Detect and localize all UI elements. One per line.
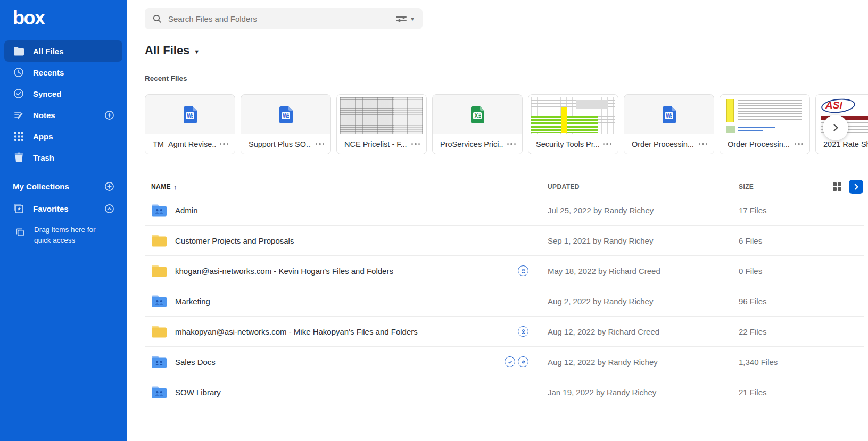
word-doc-icon: W bbox=[145, 95, 235, 135]
external-user-badge-icon bbox=[518, 326, 528, 337]
recent-files-carousel: W TM_Agmt Revise... W bbox=[145, 94, 868, 158]
my-collections-label: My Collections bbox=[13, 182, 69, 191]
column-header-size[interactable]: SIZE bbox=[739, 183, 754, 190]
file-name: Order Processin... bbox=[728, 140, 790, 148]
synced-badge-icon bbox=[505, 356, 515, 367]
shared-folder-icon bbox=[151, 355, 167, 369]
shared-folder-icon bbox=[151, 386, 167, 399]
external-user-badge-icon bbox=[518, 265, 528, 276]
favorites-drop-zone[interactable]: Drag items here for quick access bbox=[4, 222, 122, 245]
updated-text: Jan 19, 2022 by Randy Richey bbox=[548, 388, 739, 397]
page-title-dropdown[interactable]: All Files ▼ bbox=[145, 44, 200, 57]
more-options-icon[interactable] bbox=[795, 143, 804, 145]
recent-file-card[interactable]: W Order Processin... bbox=[624, 94, 714, 154]
recent-files-heading: Recent Files bbox=[145, 74, 187, 82]
page-title: All Files bbox=[145, 44, 189, 57]
more-options-icon[interactable] bbox=[316, 143, 325, 145]
size-text: 96 Files bbox=[739, 297, 864, 306]
file-name: NCE Pricelist - F... bbox=[344, 140, 407, 148]
shared-folder-icon bbox=[151, 204, 167, 217]
sidebar-item-label: Notes bbox=[33, 111, 55, 120]
box-app-window: box All Files Recents Synced bbox=[0, 0, 868, 441]
sync-check-icon bbox=[13, 88, 24, 99]
sidebar-item-label: All Files bbox=[33, 47, 64, 56]
column-header-name[interactable]: NAME ↑ bbox=[145, 183, 548, 191]
recent-file-card[interactable]: NCE Pricelist - F... bbox=[336, 94, 427, 154]
sidebar-item-favorites[interactable]: Favorites bbox=[4, 198, 122, 219]
grid-view-icon[interactable] bbox=[833, 182, 841, 191]
size-text: 17 Files bbox=[739, 206, 864, 215]
more-options-icon[interactable] bbox=[699, 143, 708, 145]
column-header-updated[interactable]: UPDATED bbox=[548, 183, 739, 190]
column-label: NAME bbox=[151, 183, 171, 190]
more-options-icon[interactable] bbox=[603, 143, 612, 145]
recent-file-card[interactable]: W Support Plus SO... bbox=[241, 94, 331, 154]
size-text: 6 Files bbox=[739, 236, 864, 245]
search-input[interactable] bbox=[168, 14, 396, 23]
folder-name: Marketing bbox=[175, 297, 210, 306]
box-logo: box bbox=[13, 9, 127, 28]
svg-text:X: X bbox=[475, 113, 478, 119]
personal-folder-icon bbox=[151, 234, 167, 247]
search-bar: ▼ bbox=[145, 8, 423, 29]
size-text: 22 Files bbox=[739, 327, 864, 336]
updated-text: Sep 1, 2021 by Randy Richey bbox=[548, 236, 739, 245]
more-options-icon[interactable] bbox=[220, 143, 229, 145]
table-row[interactable]: Marketing Aug 2, 2022 by Randy Richey 96… bbox=[145, 286, 864, 317]
clock-icon bbox=[13, 66, 24, 78]
open-panel-button[interactable] bbox=[849, 180, 863, 194]
updated-text: Aug 12, 2022 by Randy Richey bbox=[548, 357, 739, 367]
spreadsheet-thumbnail bbox=[528, 95, 618, 135]
file-name: TM_Agmt Revise... bbox=[153, 140, 216, 148]
main-content: ▼ All Files ▼ Recent Files W bbox=[127, 0, 868, 441]
add-note-icon[interactable] bbox=[103, 109, 115, 121]
updated-text: Aug 2, 2022 by Randy Richey bbox=[548, 297, 739, 306]
drag-hint-text: Drag items here for quick access bbox=[34, 224, 114, 245]
sidebar-item-label: Favorites bbox=[33, 204, 69, 213]
chevron-down-icon: ▼ bbox=[194, 48, 200, 55]
file-name: 2021 Rate Sh bbox=[823, 140, 868, 148]
table-row[interactable]: khogan@asi-networks.com - Kevin Hogan's … bbox=[145, 256, 864, 286]
recent-file-card[interactable]: X ProServices Prici... bbox=[432, 94, 523, 154]
recent-file-card[interactable]: Security Tools Pr... bbox=[528, 94, 618, 154]
table-row[interactable]: Sales Docs Aug 12, 2022 by Randy Richey … bbox=[145, 347, 864, 377]
updated-text: May 18, 2022 by Richard Creed bbox=[548, 267, 739, 276]
my-collections-header[interactable]: My Collections bbox=[4, 176, 122, 197]
sidebar-item-all-files[interactable]: All Files bbox=[4, 40, 122, 62]
recent-file-card[interactable]: W TM_Agmt Revise... bbox=[145, 94, 235, 154]
add-collection-icon[interactable] bbox=[103, 180, 115, 192]
sidebar-item-notes[interactable]: Notes bbox=[4, 104, 122, 126]
apps-grid-icon bbox=[13, 130, 24, 142]
collapse-chevron-icon[interactable] bbox=[103, 203, 115, 214]
search-filters-button[interactable]: ▼ bbox=[396, 15, 415, 22]
word-doc-icon: W bbox=[241, 95, 330, 135]
sidebar-item-label: Apps bbox=[33, 132, 53, 141]
size-text: 1,340 Files bbox=[739, 357, 864, 367]
file-name: Security Tools Pr... bbox=[536, 140, 599, 148]
sidebar-item-trash[interactable]: Trash bbox=[4, 147, 122, 168]
files-table: NAME ↑ UPDATED SIZE bbox=[145, 179, 864, 407]
table-row[interactable]: Customer Projects and Proposals Sep 1, 2… bbox=[145, 226, 864, 256]
sidebar-item-synced[interactable]: Synced bbox=[4, 83, 122, 104]
carousel-next-button[interactable] bbox=[823, 115, 848, 140]
more-options-icon[interactable] bbox=[507, 143, 516, 145]
sidebar-item-apps[interactable]: Apps bbox=[4, 126, 122, 147]
more-options-icon[interactable] bbox=[411, 143, 420, 145]
table-row[interactable]: Admin Jul 25, 2022 by Randy Richey 17 Fi… bbox=[145, 195, 864, 226]
folder-name: Admin bbox=[175, 206, 198, 215]
shared-folder-icon bbox=[151, 295, 167, 308]
sidebar-item-recents[interactable]: Recents bbox=[4, 62, 122, 83]
table-header: NAME ↑ UPDATED SIZE bbox=[145, 179, 864, 195]
recent-file-card[interactable]: Order Processin... bbox=[720, 94, 810, 154]
sidebar-item-label: Trash bbox=[33, 153, 54, 162]
table-row[interactable]: mhakopyan@asi-networks.com - Mike Hakopy… bbox=[145, 317, 864, 347]
excel-sheet-icon: X bbox=[433, 95, 522, 135]
folder-name: khogan@asi-networks.com - Kevin Hogan's … bbox=[175, 267, 393, 276]
filter-sliders-icon bbox=[396, 15, 407, 22]
file-name: ProServices Prici... bbox=[440, 140, 503, 148]
updated-text: Aug 12, 2022 by Richard Creed bbox=[548, 327, 739, 336]
table-row[interactable]: SOW Library Jan 19, 2022 by Randy Richey… bbox=[145, 377, 864, 407]
file-name: Order Processin... bbox=[632, 140, 695, 148]
sidebar-item-label: Recents bbox=[33, 68, 64, 77]
trash-icon bbox=[13, 152, 24, 163]
